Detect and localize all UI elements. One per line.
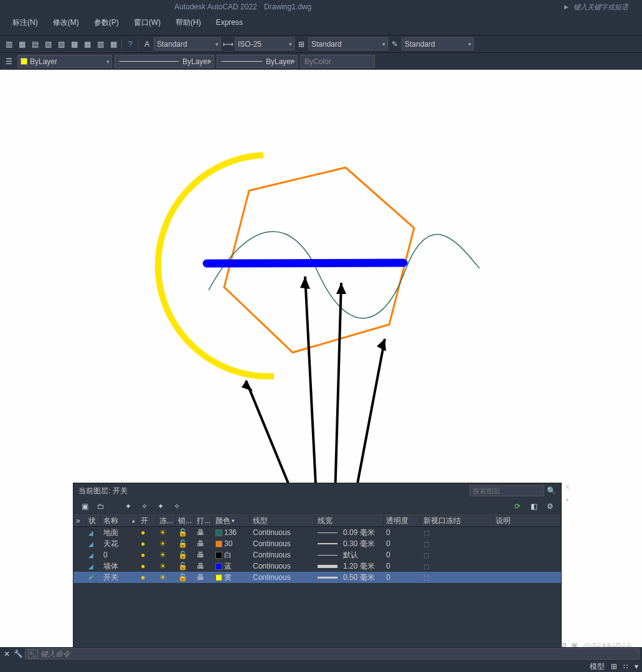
layer-row[interactable]: ✔开关●☀🔓🖶黄Continuous0.50 毫米0⬚ [73,572,561,583]
row-lineweight[interactable]: 0.30 毫米 [315,539,384,549]
row-transparency[interactable]: 0 [384,562,421,570]
printer-icon[interactable]: 🖶 [197,539,204,548]
layer-row[interactable]: ◢地面●☀🔓🖶136Continuous0.09 毫米0⬚ [73,527,561,538]
lp-states-icon[interactable]: ◧ [527,500,540,513]
lp-delete-layer-icon[interactable]: ✦ [154,500,167,513]
menu-modify[interactable]: 修改(M) [47,15,85,31]
tb-icon-3[interactable]: ▤ [29,38,41,50]
tb-icon-calc[interactable]: ▦ [107,38,120,50]
lineweight-combo[interactable]: ByLayer [217,55,298,68]
row-linetype[interactable]: Continuous [250,551,315,559]
row-lineweight[interactable]: 0.09 毫米 [315,528,384,538]
bulb-icon[interactable]: ● [141,528,145,537]
dimstyle-dropdown[interactable]: ISO-25 [235,37,295,50]
row-vpfreeze[interactable]: ⬚ [421,563,493,570]
textstyle-icon[interactable]: A [141,38,153,50]
layer-row[interactable]: ◢墙体●☀🔓🖶蓝Continuous1.20 毫米0⬚ [73,561,561,572]
row-color[interactable]: 黄 [213,572,250,583]
sb-snap-icon[interactable]: ∷ [623,662,628,671]
tb-icon-7[interactable]: ▦ [81,38,93,50]
row-color[interactable]: 蓝 [213,561,250,572]
bulb-icon[interactable]: ● [141,573,145,582]
printer-icon[interactable]: 🖶 [197,573,204,582]
lock-icon[interactable]: 🔓 [178,573,187,582]
sb-model[interactable]: 模型 [590,661,605,672]
col-expand[interactable]: » [73,515,86,526]
menu-help[interactable]: 帮助(H) [169,15,207,31]
mlstyle-dropdown[interactable]: Standard [402,37,474,50]
lock-icon[interactable]: 🔓 [178,562,187,570]
tablestyle-dropdown[interactable]: Standard [308,37,388,50]
menu-dimension[interactable]: 标注(N) [6,15,44,31]
col-status[interactable]: 状 [86,515,101,526]
tb-icon-6[interactable]: ▩ [68,38,80,50]
sb-more-icon[interactable]: ▾ [635,662,638,671]
sb-grid-icon[interactable]: ⊞ [611,662,617,671]
lp-new-layer-icon[interactable]: ✦ [122,500,135,513]
row-color[interactable]: 白 [213,550,250,561]
color-combo[interactable]: ByColor [300,55,375,68]
lp-new-frozen-icon[interactable]: ✧ [138,500,151,513]
layer-mgr-icon[interactable]: ☰ [2,55,15,68]
tb-icon-2[interactable]: ▦ [16,38,28,50]
row-lineweight[interactable]: 默认 [315,550,384,561]
bulb-icon[interactable]: ● [141,551,145,559]
col-on[interactable]: 开 [138,515,157,526]
row-transparency[interactable]: 0 [384,539,421,548]
textstyle-dropdown[interactable]: Standard [154,37,221,50]
lp-folder-icon[interactable]: 🗀 [95,500,107,513]
panel-options-icon[interactable]: ▸ [562,496,572,503]
row-lineweight[interactable]: 0.50 毫米 [315,572,384,583]
lock-icon[interactable]: 🔓 [178,551,187,559]
row-linetype[interactable]: Continuous [250,562,315,570]
row-color[interactable]: 136 [213,528,250,537]
sun-icon[interactable]: ☀ [159,573,166,582]
lp-settings-icon[interactable]: ⚙ [544,500,556,513]
layer-search-input[interactable] [470,485,544,496]
printer-icon[interactable]: 🖶 [197,562,204,570]
lock-icon[interactable]: 🔓 [178,539,187,548]
tb-icon-help[interactable]: ? [124,38,136,50]
layer-row[interactable]: ◢天花●☀🔓🖶30Continuous0.30 毫米0⬚ [73,538,561,549]
row-linetype[interactable]: Continuous [250,573,315,582]
sun-icon[interactable]: ☀ [159,562,166,570]
col-transparency[interactable]: 透明度 [384,515,421,526]
layer-combo[interactable]: ByLayer [17,55,112,68]
col-name[interactable]: 名称▴ [101,515,138,526]
menu-parametric[interactable]: 参数(P) [88,15,125,31]
tb-icon-4[interactable]: ▧ [42,38,54,50]
row-transparency[interactable]: 0 [384,573,421,582]
linetype-combo[interactable]: ByLayer [115,55,214,68]
sun-icon[interactable]: ☀ [159,551,166,559]
search-hint[interactable]: 键入关键字或短语 [574,2,636,12]
col-vpfreeze[interactable]: 新视口冻结 [421,515,493,526]
menu-express[interactable]: Express [210,16,249,29]
bulb-icon[interactable]: ● [141,539,145,548]
lock-icon[interactable]: 🔓 [178,528,187,537]
row-linetype[interactable]: Continuous [250,539,315,548]
row-vpfreeze[interactable]: ⬚ [421,529,493,536]
cmd-close-icon[interactable]: ✕ [2,650,11,658]
sun-icon[interactable]: ☀ [159,539,166,548]
row-vpfreeze[interactable]: ⬚ [421,574,493,581]
row-linetype[interactable]: Continuous [250,528,315,537]
printer-icon[interactable]: 🖶 [197,551,204,559]
row-color[interactable]: 30 [213,539,250,548]
dimstyle-icon[interactable]: ⟼ [222,38,234,50]
layer-row[interactable]: ◢0●☀🔓🖶白Continuous默认0⬚ [73,549,561,561]
bulb-icon[interactable]: ● [141,562,145,570]
row-lineweight[interactable]: 1.20 毫米 [315,561,384,572]
col-lock[interactable]: 锁... [176,515,194,526]
cmd-customize-icon[interactable]: 🔧 [14,650,22,658]
printer-icon[interactable]: 🖶 [197,528,204,537]
col-freeze[interactable]: 冻... [157,515,176,526]
row-transparency[interactable]: 0 [384,551,421,559]
row-transparency[interactable]: 0 [384,528,421,537]
tb-icon-1[interactable]: ▥ [2,38,15,50]
sun-icon[interactable]: ☀ [159,528,166,537]
col-linetype[interactable]: 线型 [250,515,315,526]
search-icon[interactable]: 🔍 [547,486,556,495]
row-vpfreeze[interactable]: ⬚ [421,541,493,547]
mlstyle-icon[interactable]: ✎ [389,38,401,50]
drawing-area[interactable]: ✕ ▸ 当前图层: 开关 🔍 ▣ 🗀 ✦ ✧ ✦ ✧ ⟳ ◧ ⚙ » 状 名称▴ [0,78,642,647]
